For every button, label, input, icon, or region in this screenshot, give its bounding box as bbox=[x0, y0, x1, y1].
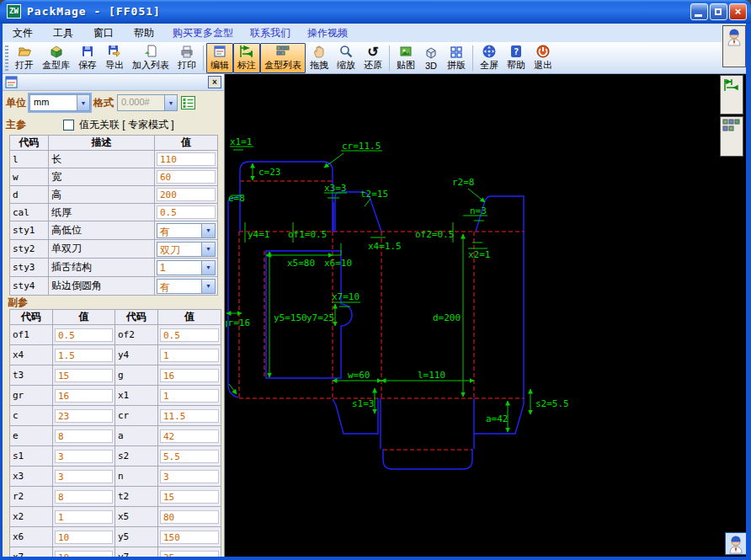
value-select[interactable]: 有▼ bbox=[157, 223, 216, 238]
value-input[interactable]: 1 bbox=[160, 389, 219, 403]
export-button[interactable]: 导出 bbox=[101, 43, 128, 73]
dim-n: n=3 bbox=[470, 205, 487, 216]
menu-tools[interactable]: 工具 bbox=[43, 24, 83, 42]
value-input[interactable]: 11.5 bbox=[160, 409, 219, 423]
restore-icon bbox=[715, 8, 722, 15]
support-avatar-icon[interactable] bbox=[726, 28, 743, 46]
texture-image-icon bbox=[398, 44, 413, 59]
window-border-right bbox=[746, 24, 751, 560]
unit-label: 单位 bbox=[6, 96, 26, 110]
sub-section-label: 副参 bbox=[3, 296, 224, 309]
dieline-drawing: x1=1 cr=11.5 c=23 e=8 x3=3 t2=15 r2=8 n=… bbox=[226, 76, 746, 557]
dimension-palette[interactable] bbox=[720, 75, 743, 115]
box-list-button[interactable]: 盒型列表 bbox=[260, 43, 306, 73]
value-input[interactable]: 25 bbox=[160, 551, 219, 557]
box-list-grid-icon bbox=[275, 44, 290, 59]
exit-button[interactable]: 退出 bbox=[530, 43, 557, 73]
print-button[interactable]: 打印 bbox=[173, 43, 200, 73]
dieline-canvas[interactable]: x1=1 cr=11.5 c=23 e=8 x3=3 t2=15 r2=8 n=… bbox=[225, 74, 747, 557]
table-row: r28t215 bbox=[10, 487, 221, 507]
menu-help[interactable]: 帮助 bbox=[124, 24, 164, 42]
table-row: cal纸厚0.5 bbox=[10, 204, 218, 221]
value-input[interactable]: 23 bbox=[55, 409, 113, 423]
dim-l: l=110 bbox=[418, 370, 445, 381]
value-input[interactable]: 3 bbox=[55, 450, 113, 463]
value-select[interactable]: 有▼ bbox=[157, 279, 216, 294]
dim-x2: x2=1 bbox=[468, 249, 491, 260]
fullscreen-button[interactable]: 全屏 bbox=[476, 43, 503, 73]
menu-window[interactable]: 窗口 bbox=[83, 24, 124, 42]
value-input[interactable]: 3 bbox=[160, 470, 219, 483]
title-bar: ZW PackMage - [FF051] × bbox=[0, 0, 751, 24]
dim-x5: x5=80 bbox=[287, 258, 315, 269]
dimension-button[interactable]: 标注 bbox=[233, 43, 260, 73]
unit-select[interactable]: mm ▼ bbox=[29, 94, 90, 111]
imposition-button[interactable]: 拼版 bbox=[443, 43, 470, 73]
box-library-icon bbox=[49, 44, 64, 59]
value-input[interactable]: 110 bbox=[157, 152, 216, 166]
panel-close-button[interactable]: × bbox=[208, 76, 221, 88]
value-input[interactable]: 60 bbox=[157, 170, 216, 184]
format-label: 格式 bbox=[93, 96, 114, 110]
menu-file[interactable]: 文件 bbox=[3, 24, 43, 42]
value-input[interactable]: 10 bbox=[55, 551, 113, 557]
value-input[interactable]: 5.5 bbox=[160, 450, 219, 463]
minimize-button[interactable] bbox=[690, 3, 708, 20]
panel-edit-icon bbox=[5, 76, 18, 92]
three-d-button[interactable]: 3D bbox=[419, 43, 443, 73]
edit-button[interactable]: 编辑 bbox=[206, 43, 233, 73]
box-list-palette[interactable] bbox=[720, 116, 743, 157]
open-button[interactable]: 打开 bbox=[11, 43, 38, 73]
restore-button[interactable] bbox=[710, 3, 727, 20]
value-input[interactable]: 15 bbox=[160, 490, 219, 504]
magnifier-icon bbox=[338, 44, 354, 59]
value-select[interactable]: 双刀▼ bbox=[157, 242, 216, 257]
value-input[interactable]: 80 bbox=[160, 510, 219, 524]
value-input[interactable]: 16 bbox=[55, 389, 113, 403]
value-input[interactable]: 200 bbox=[157, 188, 216, 201]
chevron-down-icon: ▼ bbox=[201, 243, 215, 256]
dim-x1: x1=1 bbox=[230, 136, 253, 147]
box-library-button[interactable]: 盒型库 bbox=[38, 43, 74, 73]
drag-button[interactable]: 拖拽 bbox=[306, 43, 333, 73]
fullscreen-arrows-icon bbox=[482, 44, 497, 59]
zoom-button[interactable]: 缩放 bbox=[333, 43, 360, 73]
close-button[interactable]: × bbox=[729, 3, 747, 20]
texture-button[interactable]: 贴图 bbox=[392, 43, 419, 73]
value-input[interactable]: 1 bbox=[55, 510, 113, 524]
help-button[interactable]: ? 帮助 bbox=[503, 43, 530, 73]
toolbar-grip[interactable] bbox=[5, 45, 8, 71]
value-input[interactable]: 1 bbox=[160, 349, 219, 362]
menu-buy-more-boxes[interactable]: 购买更多盒型 bbox=[164, 24, 242, 42]
hand-icon bbox=[312, 44, 327, 59]
col-desc: 描述 bbox=[49, 136, 155, 151]
expert-mode-checkbox[interactable] bbox=[63, 120, 74, 131]
menu-tutorial-videos[interactable]: 操作视频 bbox=[299, 24, 356, 42]
restore-view-button[interactable]: ↺ 还原 bbox=[360, 43, 386, 73]
col-value: 值 bbox=[155, 136, 218, 151]
value-input[interactable]: 3 bbox=[55, 470, 113, 483]
add-to-list-button[interactable]: 加入列表 bbox=[128, 43, 173, 73]
save-button[interactable]: 保存 bbox=[74, 43, 101, 73]
dim-of2: of2=0.5 bbox=[415, 229, 454, 240]
format-select[interactable]: 0.000# ▼ bbox=[117, 94, 178, 111]
value-input[interactable]: 8 bbox=[55, 429, 113, 443]
value-input[interactable]: 0.5 bbox=[55, 328, 113, 342]
support-dock-panel bbox=[722, 25, 746, 67]
table-row: c23cr11.5 bbox=[10, 406, 221, 426]
value-input[interactable]: 8 bbox=[55, 490, 113, 504]
value-input[interactable]: 10 bbox=[55, 531, 113, 544]
table-row: s13s25.5 bbox=[10, 446, 221, 467]
value-input[interactable]: 16 bbox=[160, 369, 219, 382]
value-input[interactable]: 0.5 bbox=[157, 205, 216, 219]
value-input[interactable]: 150 bbox=[160, 531, 219, 544]
value-select[interactable]: 1▼ bbox=[157, 260, 216, 275]
value-input[interactable]: 15 bbox=[55, 369, 113, 382]
value-input[interactable]: 0.5 bbox=[160, 328, 219, 342]
menu-contact-us[interactable]: 联系我们 bbox=[242, 24, 299, 42]
value-input[interactable]: 1.5 bbox=[55, 349, 113, 362]
param-list-icon[interactable] bbox=[181, 95, 195, 110]
value-input[interactable]: 42 bbox=[160, 429, 219, 443]
dimension-arrows-icon bbox=[239, 44, 254, 59]
support-avatar[interactable] bbox=[725, 532, 747, 555]
